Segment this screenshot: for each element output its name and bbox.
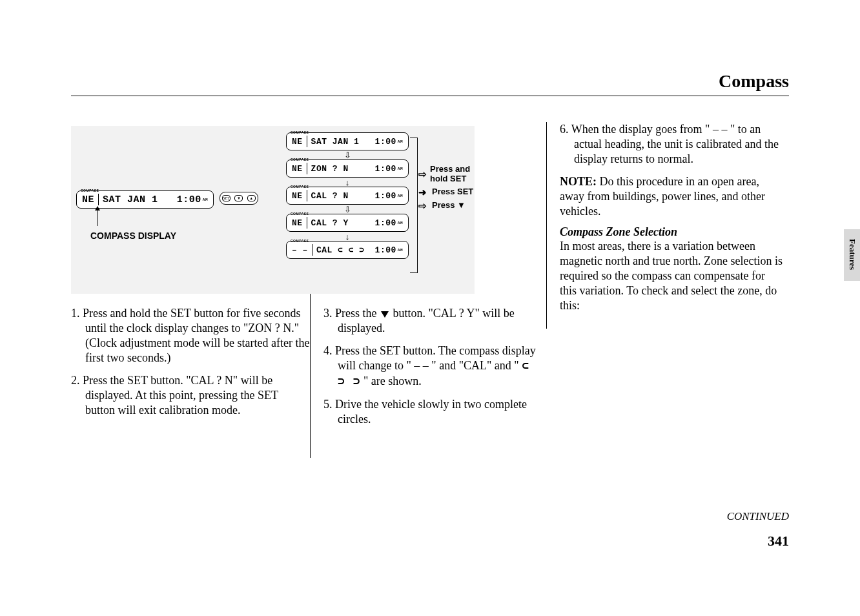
figure-annotations: ⇨ Press and hold SET ➜ Press SET ⇨ Press…: [418, 165, 483, 214]
lcd-step-5: COMPASS – – CAL ⊂ ⊂ ⊃ 1:00AM: [286, 241, 409, 259]
lcd-time: 1:00: [375, 218, 396, 228]
lcd-mid: CAL ? Y: [311, 218, 349, 228]
separator-icon: [98, 194, 99, 205]
compass-tag: COMPASS: [81, 189, 99, 192]
lcd-mid: CAL ⊂ ⊂ ⊃: [316, 245, 365, 255]
annot-text: Press SET: [432, 187, 473, 197]
open-down-arrow-icon: ⇩: [344, 151, 351, 159]
lcd-left: NE: [292, 137, 303, 147]
side-tab-label: Features: [847, 239, 857, 270]
lcd-ampm: AM: [203, 198, 208, 202]
annot-text: Press ▼: [432, 201, 466, 210]
down-button-icon: ▼: [234, 195, 243, 201]
annot-press-hold-set: ⇨ Press and hold SET: [418, 165, 483, 184]
column-3: 6. When the display goes from " – – " to…: [547, 122, 783, 458]
lcd-left: NE: [292, 191, 303, 201]
step-4-post: " are shown.: [360, 375, 421, 387]
lcd-step-1: COMPASS NE SAT JAN 1 1:00AM: [286, 132, 409, 150]
lcd-time: 1:00: [177, 194, 201, 205]
step-4: 4. Press the SET button. The compass dis…: [323, 344, 537, 389]
lcd-date: SAT JAN 1: [103, 194, 158, 205]
lcd-ampm: AM: [398, 194, 403, 198]
clock-button-cluster: SET ▼ ▲: [220, 192, 258, 205]
step-5: 5. Drive the vehicle slowly in two compl…: [323, 397, 537, 427]
lcd-time: 1:00: [375, 191, 396, 201]
compass-display-label: COMPASS DISPLAY: [90, 231, 176, 241]
lcd-step-2: COMPASS NE ZON ? N 1:00AM: [286, 159, 409, 178]
continued-label: CONTINUED: [727, 510, 789, 523]
figure-compass-calibration: COMPASS NE SAT JAN 1 1:00 AM SET ▼ ▲ COM…: [71, 126, 475, 294]
lcd-time: 1:00: [375, 245, 396, 255]
lcd-ampm: AM: [398, 139, 403, 144]
solid-right-arrow-icon: ➜: [418, 187, 429, 198]
lcd-left: NE: [292, 164, 303, 174]
note-label: NOTE:: [560, 175, 597, 188]
lcd-mid: CAL ? N: [311, 191, 349, 201]
step-1: 1. Press and hold the SET button for fiv…: [71, 306, 310, 365]
step-3-pre: 3. Press the: [323, 307, 380, 320]
lcd-left: NE: [292, 218, 303, 228]
set-button-icon: SET: [222, 195, 230, 201]
page-title: Compass: [71, 71, 789, 96]
lcd-step-4: COMPASS NE CAL ? Y 1:00AM: [286, 214, 409, 232]
lcd-ampm: AM: [398, 221, 403, 225]
lcd-time: 1:00: [375, 164, 396, 174]
step-6: 6. When the display goes from " – – " to…: [560, 122, 783, 167]
step-2: 2. Press the SET button. "CAL ? N" will …: [71, 373, 310, 418]
up-button-icon: ▲: [247, 195, 256, 201]
display-sequence-stack: COMPASS NE SAT JAN 1 1:00AM ⇩ COMPASS NE…: [283, 132, 412, 260]
lcd-ampm: AM: [398, 167, 403, 171]
solid-down-arrow-icon: ↓: [345, 232, 350, 241]
compass-tag: COMPASS: [291, 130, 309, 134]
compass-tag: COMPASS: [291, 185, 309, 189]
zone-paragraph: In most areas, there is a variation betw…: [560, 239, 783, 313]
lcd-mid: SAT JAN 1: [311, 137, 360, 147]
compass-tag: COMPASS: [291, 239, 309, 243]
annot-text: Press and hold SET: [430, 165, 483, 184]
annot-press-down: ⇨ Press ▼: [418, 200, 483, 211]
open-right-arrow-icon: ⇨: [418, 200, 429, 211]
page-number: 341: [768, 533, 789, 549]
open-down-arrow-icon: ⇩: [344, 205, 351, 214]
subsection-heading: Compass Zone Selection: [560, 225, 783, 239]
lcd-left: – –: [292, 245, 308, 255]
solid-down-arrow-icon: ↓: [345, 178, 350, 187]
compass-tag: COMPASS: [291, 212, 309, 216]
annot-press-set: ➜ Press SET: [418, 187, 483, 198]
compass-tag: COMPASS: [291, 158, 309, 161]
open-right-arrow-icon: ⇨: [418, 169, 427, 180]
lcd-time: 1:00: [375, 137, 396, 147]
step-3: 3. Press the button. "CAL ? Y" will be d…: [323, 306, 537, 336]
lcd-heading: NE: [82, 194, 94, 205]
note-paragraph: NOTE: Do this procedure in an open area,…: [560, 174, 783, 219]
down-triangle-icon: [381, 311, 389, 318]
lcd-step-3: COMPASS NE CAL ? N 1:00AM: [286, 187, 409, 205]
step-4-pre: 4. Press the SET button. The compass dis…: [323, 344, 536, 372]
lcd-ampm: AM: [398, 248, 403, 252]
lcd-mid: ZON ? N: [311, 164, 349, 174]
bracket-icon: [410, 138, 418, 273]
pointer-arrow-icon: [97, 210, 97, 226]
annot-text-inner: Press ▼: [432, 200, 466, 210]
